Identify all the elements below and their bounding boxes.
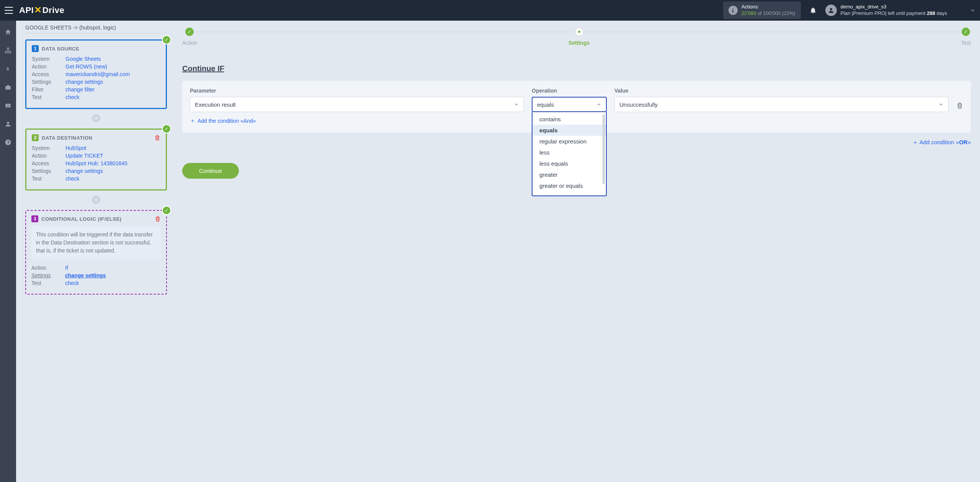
label-access: Access bbox=[32, 160, 65, 166]
add-step-button[interactable]: + bbox=[92, 195, 100, 204]
days-unit: days bbox=[935, 10, 947, 16]
step-number-3: 3 bbox=[31, 215, 38, 222]
dest-test-link[interactable]: check bbox=[65, 176, 80, 182]
user-icon[interactable] bbox=[0, 119, 16, 129]
label-settings: Settings bbox=[32, 79, 65, 85]
conditional-logic-card[interactable]: 3 CONDITIONAL LOGIC (IF/ELSE) This condi… bbox=[25, 210, 167, 295]
condition-block: Parameter Execution result Operation equ… bbox=[182, 81, 971, 133]
source-test-link[interactable]: check bbox=[65, 94, 80, 100]
actions-of: of bbox=[756, 10, 763, 16]
operation-option[interactable]: contains bbox=[532, 114, 606, 125]
label-action: Action bbox=[32, 64, 65, 70]
dest-access[interactable]: HubSpot Hub: 143801645 bbox=[65, 160, 127, 166]
check-icon: ✓ bbox=[162, 35, 171, 44]
value-value: Unsuccessfully bbox=[619, 101, 658, 108]
home-icon[interactable] bbox=[0, 28, 16, 37]
step-number-2: 2 bbox=[32, 134, 39, 141]
svg-point-9 bbox=[7, 122, 9, 124]
source-action[interactable]: Get ROWS (new) bbox=[65, 64, 107, 70]
dest-action[interactable]: Update TICKET bbox=[65, 153, 103, 159]
label-operation: Operation bbox=[532, 88, 607, 94]
logic-test-link[interactable]: check bbox=[65, 280, 79, 286]
source-system[interactable]: Google Sheets bbox=[65, 56, 101, 62]
step-label: Test bbox=[961, 40, 971, 46]
label-filter: Filter bbox=[32, 86, 65, 93]
dest-system[interactable]: HubSpot bbox=[65, 145, 86, 151]
step-label: Action bbox=[182, 40, 197, 46]
chevron-down-icon bbox=[938, 102, 944, 107]
actions-counter[interactable]: i Actions: 22'093 of 100'000 (22%) bbox=[723, 2, 801, 19]
step-test[interactable]: ✓ Test bbox=[961, 28, 971, 46]
actions-used: 22'093 bbox=[742, 10, 756, 16]
check-icon: ✓ bbox=[162, 206, 171, 215]
operation-dropdown: containsequalsregular expressionlessless… bbox=[532, 112, 607, 196]
plan-suffix: | left until payment bbox=[885, 10, 927, 16]
logic-action[interactable]: If bbox=[65, 265, 68, 271]
svg-rect-2 bbox=[5, 52, 7, 53]
svg-text:?: ? bbox=[7, 140, 9, 145]
user-menu[interactable]: demo_apix_drive_s3 Plan |Premium PRO| le… bbox=[825, 4, 947, 17]
plan-prefix: Plan | bbox=[841, 10, 853, 16]
plus-icon: ＋ bbox=[912, 139, 919, 145]
operation-option[interactable]: regular expression bbox=[532, 136, 606, 147]
data-source-card[interactable]: 1 DATA SOURCE SystemGoogle Sheets Action… bbox=[25, 39, 167, 109]
parameter-value: Execution result bbox=[195, 101, 236, 108]
operation-option[interactable]: less bbox=[532, 147, 606, 158]
help-icon[interactable]: ? bbox=[0, 138, 16, 147]
logic-settings-link[interactable]: change settings bbox=[65, 272, 106, 278]
label-system: System bbox=[32, 145, 65, 151]
connection-breadcrumb: GOOGLE SHEETS -> (hubspot, logic) bbox=[25, 23, 167, 33]
briefcase-icon[interactable] bbox=[0, 83, 16, 92]
section-title: Continue IF bbox=[182, 64, 971, 73]
menu-icon[interactable] bbox=[5, 7, 13, 14]
chevron-down-icon[interactable] bbox=[970, 8, 975, 13]
operation-option[interactable]: less equals bbox=[532, 158, 606, 169]
info-icon: i bbox=[728, 6, 738, 15]
parameter-select[interactable]: Execution result bbox=[190, 97, 524, 112]
source-filter-link[interactable]: change filter bbox=[65, 86, 95, 93]
add-or-bold: OR bbox=[959, 139, 968, 145]
label-parameter: Parameter bbox=[190, 88, 524, 94]
source-access[interactable]: maverickandrii@gmail.com bbox=[65, 71, 130, 77]
continue-button[interactable]: Continue bbox=[182, 163, 239, 179]
svg-rect-1 bbox=[7, 48, 9, 49]
operation-option[interactable]: greater or equals bbox=[532, 180, 606, 191]
add-step-button[interactable]: + bbox=[92, 114, 100, 122]
label-settings: Settings bbox=[32, 168, 65, 174]
progress-stepper: ✓ Action Settings ✓ Test bbox=[182, 28, 971, 46]
step-number-1: 1 bbox=[32, 45, 39, 52]
label-action: Action bbox=[31, 265, 65, 271]
label-test: Test bbox=[31, 280, 65, 286]
actions-label: Actions: bbox=[742, 4, 795, 10]
trash-icon[interactable] bbox=[154, 135, 160, 141]
dollar-icon[interactable]: $ bbox=[0, 64, 16, 73]
operation-option[interactable]: equals bbox=[532, 125, 606, 136]
data-destination-card[interactable]: 2 DATA DESTINATION SystemHubSpot ActionU… bbox=[25, 129, 167, 191]
bell-icon[interactable] bbox=[809, 7, 817, 14]
add-and-label: Add the condition «And» bbox=[198, 118, 256, 124]
source-settings-link[interactable]: change settings bbox=[65, 79, 103, 85]
avatar-icon bbox=[825, 5, 837, 16]
scrollbar[interactable] bbox=[603, 114, 605, 184]
operation-select[interactable]: equals containsequalsregular expressionl… bbox=[532, 97, 607, 112]
operation-option[interactable]: empty bbox=[532, 191, 606, 196]
card-title: DATA DESTINATION bbox=[42, 135, 92, 141]
step-action[interactable]: ✓ Action bbox=[182, 28, 197, 46]
username: demo_apix_drive_s3 bbox=[841, 4, 947, 10]
check-icon: ✓ bbox=[162, 124, 171, 134]
dest-settings-link[interactable]: change settings bbox=[65, 168, 103, 174]
trash-icon[interactable] bbox=[155, 216, 161, 222]
sitemap-icon[interactable] bbox=[0, 46, 16, 55]
label-test: Test bbox=[32, 176, 65, 182]
label-system: System bbox=[32, 56, 65, 62]
youtube-icon[interactable] bbox=[0, 101, 16, 110]
days-count: 288 bbox=[927, 10, 935, 16]
value-select[interactable]: Unsuccessfully bbox=[614, 97, 949, 112]
delete-condition-button[interactable] bbox=[956, 102, 963, 112]
svg-rect-6 bbox=[5, 86, 11, 90]
logo[interactable]: API✕Drive bbox=[19, 5, 64, 16]
actions-pct: (22%) bbox=[782, 10, 795, 16]
operation-option[interactable]: greater bbox=[532, 169, 606, 180]
add-or-prefix: Add condition « bbox=[920, 139, 959, 145]
step-settings[interactable]: Settings bbox=[568, 28, 590, 46]
